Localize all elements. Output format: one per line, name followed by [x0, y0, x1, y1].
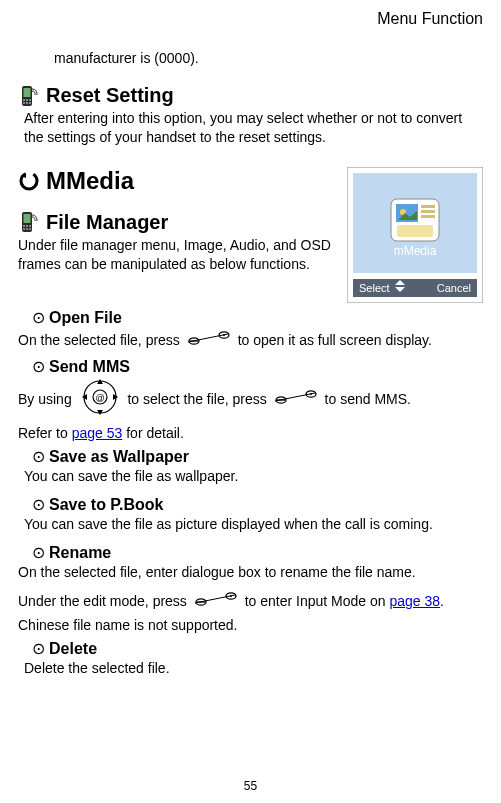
- refresh-icon: [18, 170, 40, 192]
- svg-text:@: @: [95, 393, 104, 403]
- bullet-icon: ⊙: [32, 310, 45, 326]
- mmedia-preview-box: mMedia Select Cancel: [347, 167, 483, 303]
- svg-rect-6: [26, 102, 28, 104]
- svg-rect-28: [26, 228, 28, 230]
- bullet-icon: ⊙: [32, 359, 45, 375]
- svg-point-44: [230, 595, 232, 597]
- svg-rect-1: [24, 88, 31, 97]
- reset-setting-heading-row: Reset Setting: [18, 84, 483, 107]
- svg-rect-27: [23, 228, 25, 230]
- open-file-heading: ⊙Open File: [32, 309, 483, 327]
- svg-rect-25: [26, 225, 28, 227]
- reset-setting-heading: Reset Setting: [46, 84, 174, 107]
- page-number: 55: [0, 779, 501, 793]
- svg-rect-24: [23, 225, 25, 227]
- phone-icon: [18, 211, 40, 233]
- svg-rect-7: [29, 102, 31, 104]
- page-53-link[interactable]: page 53: [72, 425, 123, 441]
- send-mms-body: By using @ to select the file, press to …: [18, 377, 483, 444]
- save-wallpaper-body: You can save the file as wallpaper.: [24, 467, 483, 486]
- manufacturer-line: manufacturer is (0000).: [54, 50, 483, 66]
- page-38-link[interactable]: page 38: [389, 593, 440, 609]
- svg-text:mMedia: mMedia: [394, 244, 437, 258]
- svg-rect-29: [29, 228, 31, 230]
- send-mms-heading: ⊙Send MMS: [32, 358, 483, 376]
- svg-rect-5: [23, 102, 25, 104]
- svg-text:Select: Select: [359, 282, 390, 294]
- save-wallpaper-heading: ⊙Save as Wallpaper: [32, 448, 483, 466]
- file-manager-heading-row: File Manager: [18, 211, 341, 234]
- reset-setting-body: After entering into this option, you may…: [24, 109, 483, 147]
- bullet-icon: ⊙: [32, 449, 45, 465]
- mmedia-heading-row: MMedia: [18, 167, 341, 195]
- soft-key-icon: [273, 387, 319, 413]
- svg-rect-23: [24, 214, 31, 223]
- svg-rect-16: [397, 225, 433, 237]
- svg-rect-4: [29, 99, 31, 101]
- bullet-icon: ⊙: [32, 497, 45, 513]
- mmedia-heading: MMedia: [46, 167, 134, 195]
- rename-line1: On the selected file, enter dialogue box…: [18, 563, 483, 582]
- svg-rect-3: [26, 99, 28, 101]
- rename-heading: ⊙Rename: [32, 544, 483, 562]
- delete-heading: ⊙Delete: [32, 640, 483, 658]
- svg-rect-2: [23, 99, 25, 101]
- nav-ring-icon: @: [78, 377, 122, 423]
- save-pbook-body: You can save the file as picture display…: [24, 515, 483, 534]
- svg-rect-26: [29, 225, 31, 227]
- svg-text:Cancel: Cancel: [437, 282, 471, 294]
- svg-rect-15: [421, 215, 435, 218]
- svg-point-33: [223, 334, 225, 336]
- bullet-icon: ⊙: [32, 641, 45, 657]
- phone-icon: [18, 85, 40, 107]
- soft-key-icon: [193, 589, 239, 615]
- save-pbook-heading: ⊙Save to P.Book: [32, 496, 483, 514]
- delete-body: Delete the selected file.: [24, 659, 483, 678]
- open-file-body: On the selected file, press to open it a…: [18, 328, 483, 354]
- svg-point-40: [310, 393, 312, 395]
- file-manager-heading: File Manager: [46, 211, 168, 234]
- page-header: Menu Function: [18, 10, 483, 28]
- rename-line2: Under the edit mode, press to enter Inpu…: [18, 589, 483, 636]
- svg-rect-13: [421, 205, 435, 208]
- svg-rect-14: [421, 210, 435, 213]
- soft-key-icon: [186, 328, 232, 354]
- bullet-icon: ⊙: [32, 545, 45, 561]
